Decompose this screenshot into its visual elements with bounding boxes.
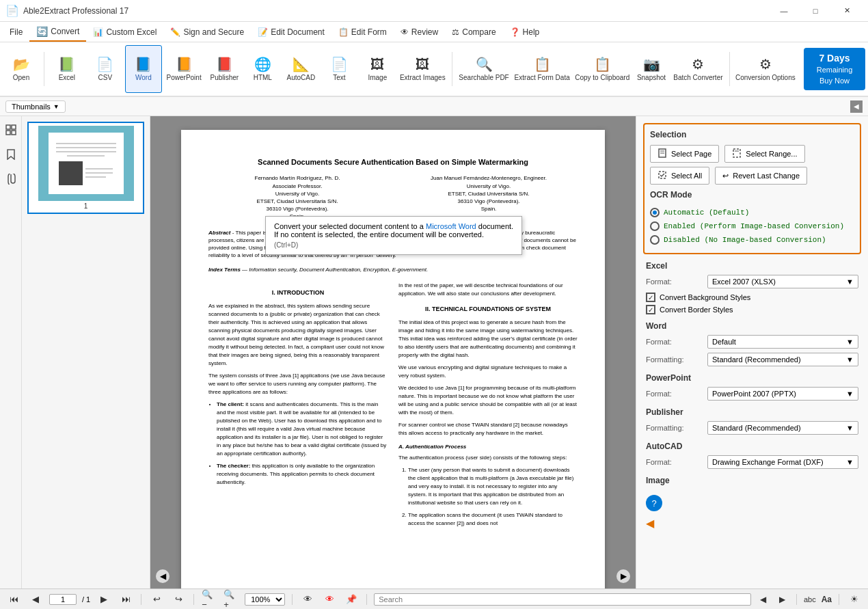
buy-now-button[interactable]: 7 Days Remaining Buy Now xyxy=(804,48,865,90)
menu-file[interactable]: File xyxy=(3,22,29,42)
eye-red-icon-btn[interactable]: 👁 xyxy=(321,592,338,607)
menu-edit-document[interactable]: 📝 Edit Document xyxy=(251,22,331,42)
snapshot-button[interactable]: 📷 Snapshot xyxy=(633,45,670,93)
word-button[interactable]: 📘 Word xyxy=(125,45,162,93)
sidebar-grid-icon[interactable] xyxy=(3,122,19,138)
undo-button[interactable]: ↩ xyxy=(148,592,165,607)
menu-convert[interactable]: 🔄 Convert xyxy=(29,22,86,42)
close-button[interactable]: ✕ xyxy=(831,0,863,22)
convert-border-checkbox[interactable]: Convert Border Styles xyxy=(646,305,858,314)
batch-converter-icon: ⚙ xyxy=(692,57,704,71)
ppt-format-select[interactable]: PowerPoint 2007 (PPTX) ▼ xyxy=(707,387,858,401)
batch-converter-button[interactable]: ⚙ Batch Converter xyxy=(671,45,725,93)
extract-images-button[interactable]: 🖼 Extract Images xyxy=(397,45,448,93)
open-icon: 📂 xyxy=(13,57,30,71)
sb-sep-5 xyxy=(796,594,797,605)
next-page-button[interactable]: ▶ xyxy=(96,592,112,607)
menu-review[interactable]: 👁 Review xyxy=(394,22,445,42)
open-button[interactable]: 📂 Open xyxy=(3,45,40,93)
intro-section-label: I. INTRODUCTION xyxy=(208,288,388,298)
zoom-in-button[interactable]: 🔍+ xyxy=(223,592,239,607)
panel-expand-icon[interactable]: ◀ xyxy=(646,517,654,530)
scroll-right-button[interactable]: ▶ xyxy=(616,569,630,583)
auth-step-2: The application scans the document (it u… xyxy=(408,511,578,528)
menu-review-label: Review xyxy=(411,27,438,37)
excel-format-select[interactable]: Excel 2007 (XLSX) ▼ xyxy=(707,275,858,288)
page-number-input[interactable] xyxy=(49,594,77,605)
publisher-button[interactable]: 📕 Publisher xyxy=(206,45,243,93)
excel-button[interactable]: 📗 Excel xyxy=(49,45,85,93)
search-next-button[interactable]: ▶ xyxy=(776,592,789,607)
ocr-automatic-radio[interactable] xyxy=(650,208,660,217)
word-formatting-select[interactable]: Standard (Recommended) ▼ xyxy=(707,353,858,366)
tooltip-text: Convert your selected document content t… xyxy=(274,222,513,239)
ocr-disabled-option[interactable]: Disabled (No Image-based Conversion) xyxy=(650,235,854,245)
thumbnail-page-1[interactable]: 1 xyxy=(27,122,144,214)
pdf-index-terms: Index Terms — Information security, Docu… xyxy=(208,266,578,273)
menu-edit-form[interactable]: 📋 Edit Form xyxy=(331,22,394,42)
author2-uni: ETSET, Ciudad Universitaria S/N. xyxy=(400,190,578,198)
intro-para-1: As we explained in the abstract, this sy… xyxy=(208,302,388,368)
sidebar-bookmark-icon[interactable] xyxy=(3,146,19,163)
eye-icon-btn[interactable]: 👁 xyxy=(299,592,316,607)
scroll-left-button[interactable]: ◀ xyxy=(156,569,169,583)
autocad-format-select[interactable]: Drawing Exchange Format (DXF) ▼ xyxy=(707,455,858,469)
powerpoint-button[interactable]: 📙 PowerPoint xyxy=(163,45,204,93)
sidebar-attachment-icon[interactable] xyxy=(3,171,19,187)
remaining-label: Remaining xyxy=(811,65,858,75)
menu-compare[interactable]: ⚖ Compare xyxy=(445,22,502,42)
first-page-button[interactable]: ⏮ xyxy=(5,592,22,607)
thumbnail-panel[interactable]: 1 xyxy=(22,116,150,588)
thumbnail-preview xyxy=(49,133,124,194)
prev-page-button[interactable]: ◀ xyxy=(27,592,44,607)
ocr-automatic-option[interactable]: Automatic (Default) xyxy=(650,208,854,217)
copy-to-clipboard-button[interactable]: 📋 Copy to Clipboard xyxy=(573,45,632,93)
searchable-pdf-button[interactable]: 🔍 Searchable PDF xyxy=(457,45,511,93)
convert-border-box[interactable] xyxy=(646,305,655,314)
redo-button[interactable]: ↪ xyxy=(170,592,187,607)
ocr-enabled-label: Enabled (Perform Image-based Conversion) xyxy=(664,222,844,230)
autocad-format-label: Format: xyxy=(646,458,707,466)
zoom-select[interactable]: 100% 75% 50% 150% xyxy=(245,593,285,606)
excel-format-label: Format: xyxy=(646,278,707,286)
convert-bg-box[interactable] xyxy=(646,293,655,302)
menu-help[interactable]: ❓ Help xyxy=(503,22,547,42)
select-range-button[interactable]: Select Range... xyxy=(724,145,804,163)
select-page-button[interactable]: Select Page xyxy=(650,145,719,163)
ppt-format-row: Format: PowerPoint 2007 (PPTX) ▼ xyxy=(646,387,858,401)
menu-custom-excel[interactable]: 📊 Custom Excel xyxy=(86,22,163,42)
text-button[interactable]: 📄 Text xyxy=(321,45,357,93)
revert-last-change-button[interactable]: ↩ Revert Last Change xyxy=(715,167,807,185)
maximize-button[interactable]: □ xyxy=(800,0,831,22)
revert-label: Revert Last Change xyxy=(733,172,800,180)
publisher-icon: 📕 xyxy=(216,57,233,71)
html-button[interactable]: 🌐 HTML xyxy=(244,45,281,93)
convert-bg-checkbox[interactable]: Convert Background Styles xyxy=(646,293,858,302)
last-page-button[interactable]: ⏭ xyxy=(118,592,134,607)
ocr-disabled-radio[interactable] xyxy=(650,235,660,245)
sun-icon-button[interactable]: ☀ xyxy=(846,592,863,607)
image-button[interactable]: 🖼 Image xyxy=(359,45,396,93)
collapse-panel-button[interactable]: ◀ xyxy=(850,100,863,113)
ocr-enabled-option[interactable]: Enabled (Perform Image-based Conversion) xyxy=(650,221,854,231)
csv-button[interactable]: 📄 CSV xyxy=(87,45,124,93)
select-all-button[interactable]: Select All xyxy=(650,167,709,185)
pdf-two-col: I. INTRODUCTION As we explained in the a… xyxy=(208,282,578,528)
selection-ocr-section: Selection Select Page Select Range... xyxy=(643,123,861,254)
pub-formatting-select[interactable]: Standard (Recommended) ▼ xyxy=(707,421,858,435)
minimize-button[interactable]: — xyxy=(768,0,800,22)
autocad-button[interactable]: 📐 AutoCAD xyxy=(282,45,319,93)
pdf-viewer[interactable]: Convert your selected document content t… xyxy=(150,116,636,588)
help-button[interactable]: ? xyxy=(646,495,662,511)
zoom-out-button[interactable]: 🔍− xyxy=(201,592,217,607)
pin-icon-btn[interactable]: 📌 xyxy=(343,592,360,607)
extract-form-data-button[interactable]: 📋 Extract Form Data xyxy=(513,45,572,93)
ocr-enabled-radio[interactable] xyxy=(650,221,660,231)
separator-3 xyxy=(729,52,730,86)
thumbnails-dropdown[interactable]: Thumbnails ▼ xyxy=(5,100,66,113)
search-prev-button[interactable]: ◀ xyxy=(757,592,770,607)
menu-sign-secure[interactable]: ✏️ Sign and Secure xyxy=(163,22,251,42)
conversion-options-button[interactable]: ⚙ Conversion Options xyxy=(734,45,797,93)
word-format-select[interactable]: Default ▼ xyxy=(707,335,858,349)
search-input[interactable] xyxy=(374,593,751,606)
